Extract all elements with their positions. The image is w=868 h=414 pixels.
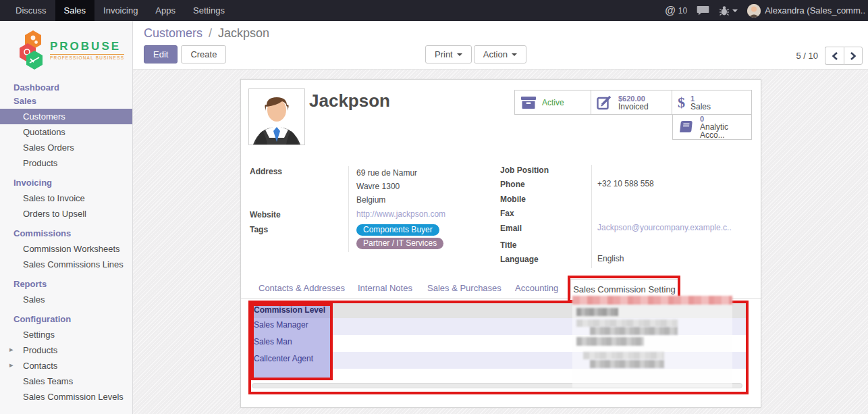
sidebar-heading-sales[interactable]: Sales xyxy=(0,95,132,109)
print-dropdown-button[interactable]: Print xyxy=(425,45,472,63)
probuse-logo-icon xyxy=(19,29,47,71)
annotation-box-commission-table: Commission Level Sales Manager Sales Man… xyxy=(248,301,749,394)
fax-value xyxy=(591,208,753,219)
pager: 5 / 10 xyxy=(796,47,863,65)
sidebar-item-label: Contacts xyxy=(23,361,57,371)
sidebar-item-commission-worksheets[interactable]: Commission Worksheets xyxy=(0,241,132,257)
right-field-column: Job Position Phone +32 10 588 558 Mobile… xyxy=(500,165,753,268)
table-row-empty xyxy=(251,369,746,380)
control-panel: Customers / Jackpson Edit Create Print A… xyxy=(133,21,868,70)
record-sheet: Jackpson Active xyxy=(240,79,761,408)
sidebar-item-orders-to-upsell[interactable]: Orders to Upsell xyxy=(0,206,132,222)
edit-button[interactable]: Edit xyxy=(144,45,178,63)
sidebar-item-customers[interactable]: Customers xyxy=(0,109,132,124)
commission-level-column-header[interactable]: Commission Level xyxy=(251,303,332,318)
logo-text: PROBUSE PROFESSIONAL BUSINESS xyxy=(50,40,124,60)
invoiced-label: Invoiced xyxy=(618,103,649,111)
sidebar-item-quotations[interactable]: Quotations xyxy=(0,124,132,140)
menu-sales[interactable]: Sales xyxy=(55,0,95,21)
commission-level-cell-empty xyxy=(251,369,332,380)
chevron-right-icon xyxy=(850,52,857,60)
email-field: Email Jackpson@yourcompany.example.c.. xyxy=(500,223,753,234)
website-field: Website http://www.jackpson.com xyxy=(250,209,479,219)
top-navbar: Discuss Sales Invoicing Apps Settings @ … xyxy=(0,0,868,21)
title-field: Title xyxy=(500,240,753,251)
menu-settings[interactable]: Settings xyxy=(184,0,234,21)
job-position-label: Job Position xyxy=(500,165,591,176)
sidebar-heading-invoicing[interactable]: Invoicing xyxy=(0,171,132,190)
mentions-button[interactable]: @ 10 xyxy=(665,5,687,17)
phone-value: +32 10 588 558 xyxy=(591,179,753,190)
commission-table-header-row: Commission Level xyxy=(251,303,746,318)
sales-label: Sales xyxy=(690,103,711,111)
sidebar-item-sales-to-invoice[interactable]: Sales to Invoice xyxy=(0,190,132,206)
logo-title: PROBUSE xyxy=(50,40,124,53)
commission-level-cell: Callcenter Agent xyxy=(251,352,332,369)
sidebar-item-sales-commissions-lines[interactable]: Sales Commissions Lines xyxy=(0,257,132,272)
table-row[interactable]: Sales Man xyxy=(251,335,746,352)
left-field-column: Address 69 rue de Namur Wavre 1300 Belgi… xyxy=(250,166,479,252)
pager-counter: 5 / 10 xyxy=(796,51,818,61)
tab-sales-purchases[interactable]: Sales & Purchases xyxy=(427,283,501,293)
tab-sales-commission-setting[interactable]: Sales Commission Setting xyxy=(570,279,678,299)
debug-menu-button[interactable] xyxy=(719,5,738,16)
sidebar-item-sales-orders[interactable]: Sales Orders xyxy=(0,140,132,155)
sidebar-item-reports-sales[interactable]: Sales xyxy=(0,292,132,307)
action-buttons: Print Action xyxy=(425,45,526,63)
email-link[interactable]: Jackpson@yourcompany.example.c.. xyxy=(597,223,732,232)
tab-accounting[interactable]: Accounting xyxy=(515,283,558,293)
job-position-value xyxy=(591,165,753,176)
menu-invoicing[interactable]: Invoicing xyxy=(94,0,146,21)
tab-contacts-addresses[interactable]: Contacts & Addresses xyxy=(259,283,345,293)
title-value xyxy=(591,240,753,251)
sidebar-item-label: Products xyxy=(23,345,57,355)
sidebar-item-config-contacts[interactable]: ▸Contacts xyxy=(0,358,132,373)
sidebar-item-products[interactable]: Products xyxy=(0,155,132,171)
messages-button[interactable] xyxy=(697,5,709,16)
create-button[interactable]: Create xyxy=(181,45,226,63)
tab-internal-notes[interactable]: Internal Notes xyxy=(358,283,412,293)
mention-count: 10 xyxy=(678,6,687,16)
phone-label: Phone xyxy=(500,179,591,190)
title-label: Title xyxy=(500,240,591,251)
sidebar-heading-commissions[interactable]: Commissions xyxy=(0,222,132,241)
sidebar-heading-configuration[interactable]: Configuration xyxy=(0,307,132,327)
app-window: Discuss Sales Invoicing Apps Settings @ … xyxy=(0,0,868,414)
action-dropdown-button[interactable]: Action xyxy=(474,45,526,63)
website-label: Website xyxy=(250,209,348,219)
invoiced-amount: $620.00 xyxy=(618,95,649,103)
table-row[interactable]: Callcenter Agent xyxy=(251,352,746,369)
dollar-icon: $ xyxy=(678,94,685,111)
book-icon xyxy=(678,120,695,134)
email-label: Email xyxy=(500,223,591,234)
sidebar-heading-dashboard[interactable]: Dashboard xyxy=(0,79,132,95)
partner-name-title: Jackpson xyxy=(309,90,390,111)
sidebar-heading-reports[interactable]: Reports xyxy=(0,272,132,292)
tag-components-buyer: Components Buyer xyxy=(356,224,439,236)
row-fill xyxy=(332,352,746,369)
invoiced-stat-button[interactable]: $620.00 Invoiced xyxy=(591,90,672,115)
sidebar-item-config-products[interactable]: ▸Products xyxy=(0,342,132,358)
website-link[interactable]: http://www.jackpson.com xyxy=(356,209,445,219)
sidebar-item-settings[interactable]: Settings xyxy=(0,327,132,342)
table-row[interactable]: Sales Manager xyxy=(251,318,746,335)
sidebar-item-sales-teams[interactable]: Sales Teams xyxy=(0,373,132,389)
menu-discuss[interactable]: Discuss xyxy=(7,0,55,21)
sales-stat-button[interactable]: $ 1 Sales xyxy=(672,90,752,115)
breadcrumb-customers-link[interactable]: Customers xyxy=(144,26,202,40)
active-stat-button[interactable]: Active xyxy=(514,90,591,115)
pager-previous-button[interactable] xyxy=(825,47,844,65)
tags-field: Tags Components Buyer Partner / IT Servi… xyxy=(250,224,479,249)
language-field: Language English xyxy=(500,254,753,265)
menu-apps[interactable]: Apps xyxy=(146,0,184,21)
analytic-accounts-stat-button[interactable]: 0 Analytic Acco... xyxy=(672,115,752,140)
archive-box-icon xyxy=(520,96,537,109)
probuse-logo[interactable]: PROBUSE PROFESSIONAL BUSINESS xyxy=(0,21,132,76)
sidebar-item-sales-commission-levels[interactable]: Sales Commission Levels xyxy=(0,389,132,405)
pager-next-button[interactable] xyxy=(844,47,863,65)
horizontal-scrollbar[interactable] xyxy=(252,383,742,388)
mobile-field: Mobile xyxy=(500,194,753,205)
user-menu[interactable]: Alexandra (Sales_comm.. xyxy=(747,4,865,18)
row-fill xyxy=(332,318,746,335)
stat-row-1: Active $620.00 Invoiced xyxy=(514,90,752,115)
